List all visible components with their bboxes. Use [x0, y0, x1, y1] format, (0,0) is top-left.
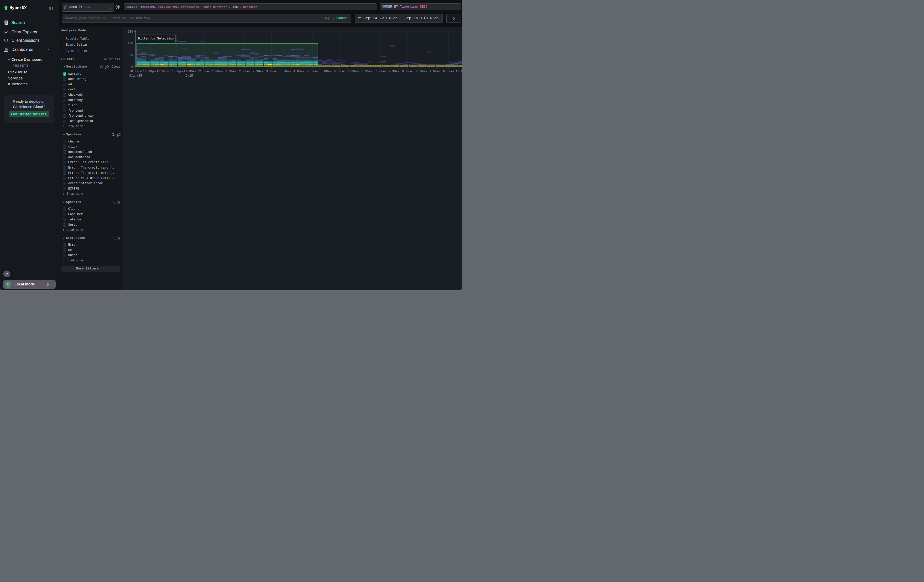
svg-text:4:30am: 4:30am [307, 70, 318, 73]
svg-text:600: 600 [127, 30, 133, 34]
svg-text:1:30am: 1:30am [225, 70, 236, 73]
svg-text:8:00am: 8:00am [402, 70, 413, 73]
svg-text:12:00am: 12:00am [184, 70, 196, 73]
svg-text:0: 0 [131, 65, 133, 69]
svg-text:400: 400 [127, 42, 133, 45]
svg-text:5:00am: 5:00am [320, 70, 332, 73]
svg-text:7:30am: 7:30am [389, 70, 399, 73]
svg-text:11:30pm: 11:30pm [170, 70, 183, 73]
svg-text:3:00am: 3:00am [266, 70, 277, 73]
svg-text:6:30am: 6:30am [361, 70, 372, 73]
svg-text:7:00am: 7:00am [375, 70, 386, 73]
svg-text:2:00am: 2:00am [239, 70, 250, 73]
svg-text:10:00pm: 10:00pm [129, 70, 142, 73]
svg-text:8:30am: 8:30am [416, 70, 427, 73]
svg-text:Filter by Selection: Filter by Selection [138, 37, 174, 41]
svg-text:9/14/25: 9/14/25 [129, 74, 142, 77]
svg-text:6:00am: 6:00am [348, 70, 358, 73]
svg-text:4:00am: 4:00am [293, 70, 304, 73]
svg-text:3:30am: 3:30am [280, 70, 291, 73]
svg-text:9/15: 9/15 [186, 74, 193, 77]
svg-text:2:30am: 2:30am [252, 70, 263, 73]
svg-text:200: 200 [127, 53, 133, 57]
svg-text:10:00am: 10:00am [456, 70, 462, 73]
svg-text:1:00am: 1:00am [212, 70, 223, 73]
svg-text:9:00am: 9:00am [429, 70, 440, 73]
svg-text:11:00pm: 11:00pm [156, 70, 169, 73]
svg-text:9:30am: 9:30am [443, 70, 454, 73]
svg-text:12:30am: 12:30am [197, 70, 210, 73]
svg-text:5:30am: 5:30am [334, 70, 345, 73]
svg-text:10:30pm: 10:30pm [143, 70, 156, 73]
